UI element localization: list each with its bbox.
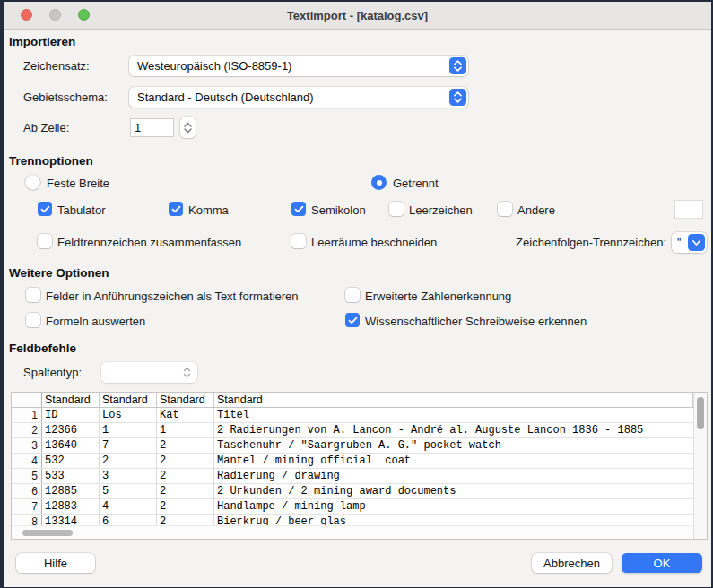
- column-header[interactable]: Standard: [214, 393, 693, 407]
- vertical-scrollbar[interactable]: [693, 392, 708, 540]
- check-icon: [291, 202, 306, 216]
- column-header[interactable]: Standard: [42, 393, 100, 407]
- table-row: 5 533 3 2 Radierung / drawing: [12, 469, 693, 484]
- corner-cell: [12, 393, 42, 407]
- locale-label: Gebietsschema:: [23, 91, 108, 104]
- table-row: 4 532 2 2 Mantel / mining official coat: [12, 454, 693, 469]
- section-title-other-options: Weitere Optionen: [9, 266, 109, 280]
- column-header-row: Standard Standard Standard Standard: [12, 393, 693, 408]
- other-separator-input[interactable]: [674, 200, 703, 219]
- textimport-dialog: Textimport - [katalog.csv] Importieren Z…: [4, 2, 711, 587]
- column-type-label: Spaltentyp:: [23, 366, 82, 379]
- section-title-separator: Trennoptionen: [9, 154, 93, 168]
- table-row: 7 12883 4 2 Handlampe / mining lamp: [12, 499, 693, 514]
- string-delimiter-combo[interactable]: ": [672, 232, 707, 253]
- horizontal-scrollbar[interactable]: [12, 525, 693, 539]
- table-row: 6 12885 5 2 2 Urkunden / 2 mining award …: [12, 484, 693, 499]
- vertical-scrollbar-thumb[interactable]: [697, 397, 704, 429]
- preview-table[interactable]: Standard Standard Standard Standard 1 ID…: [11, 392, 694, 540]
- column-type-select[interactable]: [101, 362, 197, 383]
- charset-select[interactable]: Westeuropäisch (ISO-8859-1): [129, 56, 468, 76]
- table-row: 2 12366 1 1 2 Radierungen von A. Lancon …: [12, 423, 693, 438]
- help-button[interactable]: Hilfe: [16, 553, 95, 573]
- cancel-button[interactable]: Abbrechen: [532, 553, 612, 573]
- charset-label: Zeichensatz:: [23, 59, 90, 73]
- section-title-import: Importieren: [9, 35, 75, 48]
- radio-circle: [25, 175, 40, 190]
- from-row-stepper[interactable]: [180, 117, 196, 138]
- from-row-input[interactable]: [130, 118, 174, 137]
- chevron-up-down-icon: [449, 57, 466, 74]
- ok-button[interactable]: OK: [622, 553, 702, 573]
- chevron-up-down-icon: [449, 89, 466, 106]
- column-header[interactable]: Standard: [100, 393, 157, 407]
- table-row: 1 ID Los Kat Titel: [12, 408, 693, 423]
- radio-circle-selected: [371, 175, 387, 190]
- from-row-label: Ab Zeile:: [23, 121, 69, 134]
- chevron-down-icon: [688, 234, 705, 251]
- horizontal-scrollbar-thumb[interactable]: [22, 530, 73, 536]
- check-icon: [345, 313, 360, 327]
- locale-select[interactable]: Standard - Deutsch (Deutschland): [129, 87, 468, 108]
- check-icon: [38, 202, 52, 216]
- string-delimiter-label: Zeichenfolgen-Trennzeichen:: [491, 236, 666, 249]
- column-header[interactable]: Standard: [157, 393, 214, 407]
- chevron-up-down-icon: [183, 367, 191, 378]
- titlebar: Textimport - [katalog.csv]: [4, 2, 711, 30]
- table-row: 3 13640 7 2 Taschenuhr / "Saargruben A. …: [12, 438, 693, 454]
- section-title-fields: Feldbefehle: [9, 342, 76, 355]
- window-title: Textimport - [katalog.csv]: [4, 9, 711, 22]
- check-icon: [169, 202, 183, 216]
